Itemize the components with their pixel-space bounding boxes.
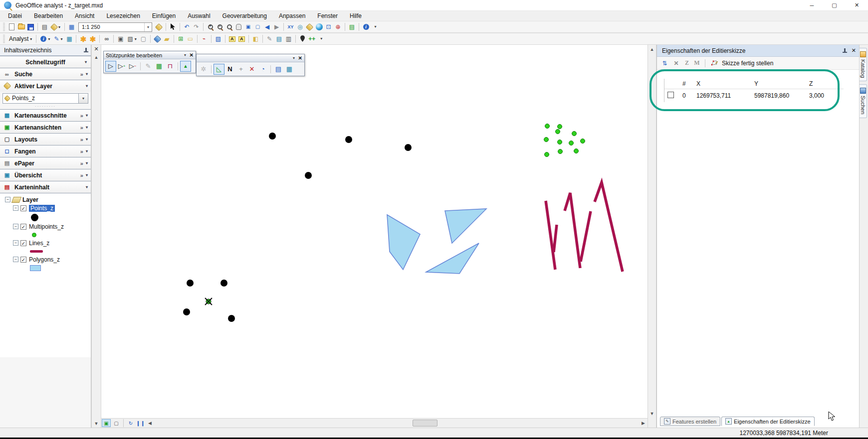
tab-suchen[interactable]: Suchen xyxy=(860,84,867,118)
toc-close-icon[interactable]: ✕ xyxy=(92,45,101,53)
open-document-icon[interactable] xyxy=(16,22,26,32)
pause-drawing-icon[interactable]: ❙❙ xyxy=(136,419,145,427)
analyst-menu-button[interactable]: Analyst ▾ xyxy=(7,34,34,44)
modify-sketch-tool-icon[interactable]: ▷ xyxy=(105,61,116,72)
move-vertex-icon[interactable]: ▦ xyxy=(154,61,165,72)
section-kartenansichten[interactable]: ▣ Kartenansichten »▾ xyxy=(0,121,91,133)
continue-sketch-icon[interactable]: ✎ xyxy=(143,61,154,72)
restore-button[interactable]: ▢ xyxy=(823,0,846,11)
finish-sketch-label[interactable]: Skizze fertig stellen xyxy=(722,60,773,67)
report-icon[interactable]: ▤ xyxy=(274,34,284,44)
vertex-tool-icon[interactable]: ⌁ xyxy=(200,34,209,44)
menu-hilfe[interactable]: Hilfe xyxy=(350,12,362,19)
drop-pin-icon[interactable] xyxy=(298,34,307,44)
globe-icon[interactable] xyxy=(314,22,324,32)
collapse-icon[interactable]: − xyxy=(5,197,10,202)
tree-root-label[interactable]: Layer xyxy=(22,196,38,203)
sketch-list-icon[interactable]: ▦ xyxy=(284,64,295,75)
z-values-button[interactable]: Z xyxy=(683,59,691,67)
menu-datei[interactable]: Datei xyxy=(8,12,22,19)
add-data-button[interactable]: ▾ xyxy=(49,22,62,32)
menu-ansicht[interactable]: Ansicht xyxy=(75,12,94,19)
flash-feature-2-icon[interactable]: ✱ xyxy=(88,34,97,44)
layer-effects-icon[interactable]: ▰ xyxy=(162,34,172,44)
section-layouts[interactable]: ▢ Layouts »▾ xyxy=(0,133,91,145)
viewer-window-icon[interactable]: ⊡ xyxy=(324,22,333,32)
collapse-icon[interactable]: − xyxy=(13,224,18,229)
m-values-button[interactable]: M xyxy=(693,59,701,67)
menu-einfuegen[interactable]: Einfügen xyxy=(152,12,176,19)
hscroll-thumb[interactable] xyxy=(413,420,437,427)
text-page-icon[interactable]: ▥ xyxy=(284,34,293,44)
collapse-icon[interactable]: − xyxy=(13,205,18,211)
add-vertices-icon[interactable]: ++ xyxy=(307,34,317,44)
fixed-zoom-out-icon[interactable]: ▢ xyxy=(253,22,262,32)
collapse-icon[interactable]: − xyxy=(13,257,18,262)
delete-vertex-icon[interactable]: ✕ xyxy=(671,58,681,68)
section-kartenausschnitte[interactable]: ▦ Kartenausschnitte »▾ xyxy=(0,109,91,121)
scroll-left-icon[interactable]: ◀ xyxy=(146,419,154,427)
lines-symbol[interactable] xyxy=(30,250,43,253)
vertex-checkbox[interactable] xyxy=(667,92,674,98)
data-view-button[interactable]: ▣ xyxy=(102,419,111,427)
section-uebersicht[interactable]: ▣ Übersicht »▾ xyxy=(0,169,91,181)
magnifier-window-icon[interactable]: ◎ xyxy=(295,22,305,32)
edit-tool-button[interactable]: ✎▾ xyxy=(52,34,64,44)
toolbar-overflow-icon[interactable]: ▾ xyxy=(317,34,326,44)
go-to-xy-icon[interactable]: XY xyxy=(286,22,295,32)
pin-icon[interactable] xyxy=(842,48,848,54)
delete-vertex-tool-icon[interactable]: ▷− xyxy=(127,61,138,72)
back-extent-icon[interactable]: ◀ xyxy=(262,22,272,32)
identify-icon[interactable] xyxy=(305,22,314,32)
map-scale-sync-icon[interactable]: ▦ xyxy=(67,22,76,32)
measure-icon[interactable]: ⊞ xyxy=(176,34,186,44)
save-icon[interactable] xyxy=(26,22,35,32)
layout-view-button[interactable]: ▢ xyxy=(112,419,121,427)
toolbar-options-icon[interactable]: ▾ xyxy=(292,56,296,60)
flash-feature-icon[interactable]: ✱ xyxy=(78,34,88,44)
finish-sketch-icon[interactable] xyxy=(709,58,719,68)
drag-handle[interactable]: ········· xyxy=(0,105,91,109)
attribute-table-icon[interactable]: ▦ xyxy=(64,34,74,44)
select-features-button[interactable]: ▧▾ xyxy=(125,34,138,44)
forward-extent-icon[interactable]: ▶ xyxy=(272,22,281,32)
menu-lesezeichen[interactable]: Lesezeichen xyxy=(106,12,140,19)
xy-info-icon[interactable]: i xyxy=(361,22,371,32)
label-manager-icon[interactable]: A xyxy=(237,34,246,44)
tree-layer-multipoints[interactable]: Multipoints_z xyxy=(29,223,64,230)
toolbar-close-icon[interactable]: ✕ xyxy=(190,52,194,58)
select-elements-cursor-icon[interactable] xyxy=(168,22,178,32)
panel-close-icon[interactable]: ✕ xyxy=(852,47,856,54)
active-layer-value-box[interactable]: Points_z xyxy=(2,93,79,104)
toolbar-close-icon[interactable]: ✕ xyxy=(298,55,302,61)
tree-layer-polygons[interactable]: Polygons_z xyxy=(29,256,60,263)
tree-layer-points[interactable]: Points_z xyxy=(29,205,55,212)
fixed-zoom-in-icon[interactable]: ▣ xyxy=(243,22,253,32)
points-symbol[interactable] xyxy=(31,214,38,221)
vertex-row[interactable]: 0 1269753,711 5987819,860 3,000 xyxy=(664,89,844,102)
next-vertex-icon[interactable]: N xyxy=(224,64,235,75)
tab-katalog[interactable]: Katalog xyxy=(860,48,867,81)
clear-selection-icon[interactable]: ▢ xyxy=(139,34,148,44)
multipoints-symbol[interactable] xyxy=(32,233,36,237)
map-scale-combo[interactable]: 1:1 250 ▾ xyxy=(78,22,152,32)
zoom-in-icon[interactable]: + xyxy=(206,22,215,32)
scroll-right-icon[interactable]: ▶ xyxy=(639,419,648,427)
section-fangen[interactable]: ◻ Fangen »▾ xyxy=(0,145,91,157)
search-binoculars-icon[interactable]: ∞ xyxy=(102,34,111,44)
scroll-up-icon[interactable]: ▲ xyxy=(92,53,101,61)
refresh-view-icon[interactable]: ↻ xyxy=(126,419,135,427)
edit-vertices-toolbar-titlebar[interactable]: Stützpunkte bearbeiten ▾ ✕ xyxy=(104,51,196,59)
layer-checkbox-polygons[interactable]: ✓ xyxy=(20,257,26,263)
zoom-out-icon[interactable]: − xyxy=(215,22,224,32)
section-schnellzugriff[interactable]: Schnellzugriff ▾ xyxy=(0,56,91,68)
toolbar-options-icon[interactable]: ▾ xyxy=(183,53,188,57)
polygons-symbol[interactable] xyxy=(30,265,41,271)
editor-sketch-toolbar-titlebar[interactable]: ▾ ✕ xyxy=(197,54,304,62)
section-epaper[interactable]: ▤ ePaper »▾ xyxy=(0,157,91,169)
full-extent-icon[interactable] xyxy=(224,22,234,32)
geoprocessing-icon[interactable] xyxy=(153,34,162,44)
reticle-icon[interactable]: ⊕ xyxy=(333,22,343,32)
toolbar-overflow-icon[interactable]: ▾ xyxy=(371,22,380,32)
add-vertex-tool-icon[interactable]: ▷+ xyxy=(116,61,127,72)
